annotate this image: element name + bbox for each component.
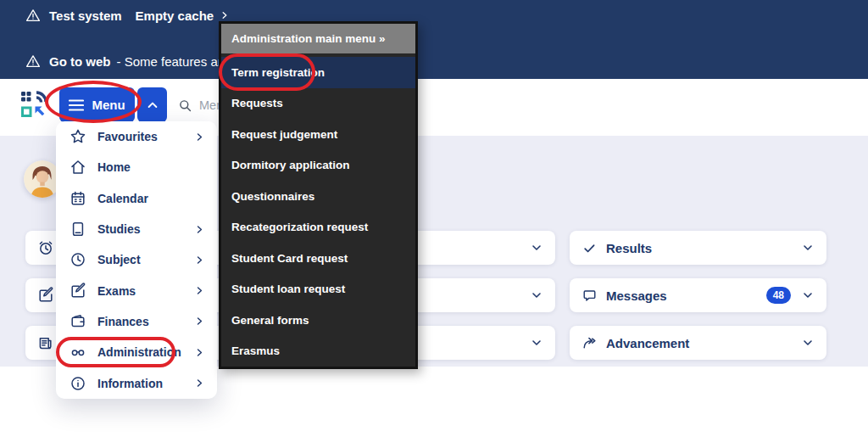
sidebar-item-calendar[interactable]: Calendar <box>56 183 217 214</box>
sidebar-item-subject[interactable]: Subject <box>56 244 217 275</box>
newspaper-icon <box>37 334 54 351</box>
submenu-item-request-judgement[interactable]: Request judgement <box>221 119 415 150</box>
test-system-label: Test system <box>49 8 122 23</box>
advancement-icon <box>581 335 598 351</box>
sidebar-item-label: Finances <box>97 315 149 328</box>
chevron-right-icon <box>220 10 230 20</box>
sidebar-item-home[interactable]: Home <box>56 152 217 182</box>
results-label: Results <box>606 241 652 255</box>
sidebar-item-label: Exams <box>97 284 136 298</box>
pencil-icon <box>70 283 86 300</box>
chevron-right-icon <box>194 347 205 358</box>
chevron-down-icon[interactable] <box>801 241 815 255</box>
collapse-menu-button[interactable] <box>137 87 167 122</box>
sidebar-item-label: Information <box>97 377 163 390</box>
submenu-item-student-loan-request[interactable]: Student loan request <box>221 274 415 305</box>
chevron-right-icon <box>194 316 205 327</box>
warning-icon <box>25 53 41 69</box>
submenu-title[interactable]: Administration main menu » <box>221 24 415 53</box>
search-icon <box>178 98 192 113</box>
glasses-icon <box>70 344 86 361</box>
chat-bubble-icon <box>581 288 598 304</box>
alarm-clock-icon <box>37 239 54 256</box>
sidebar-item-label: Calendar <box>97 192 148 205</box>
sidebar-item-label: Subject <box>97 253 141 266</box>
menu-button[interactable]: Menu <box>59 87 135 122</box>
star-icon <box>70 128 86 145</box>
app-logo <box>19 89 49 120</box>
empty-cache-button[interactable]: Empty cache <box>136 8 231 23</box>
sidebar-item-label: Home <box>97 160 131 174</box>
home-icon <box>70 159 86 176</box>
advancement-card[interactable]: Advancement <box>570 326 826 360</box>
main-menu-dropdown: Favourites Home Calendar Studies <box>56 121 217 399</box>
menu-button-label: Menu <box>92 98 125 112</box>
submenu-item-requests[interactable]: Requests <box>221 88 415 120</box>
chevron-down-icon[interactable] <box>801 288 815 302</box>
advancement-label: Advancement <box>606 336 689 350</box>
chevron-down-icon[interactable] <box>530 336 543 350</box>
calendar-icon <box>70 190 86 207</box>
check-icon <box>581 240 598 256</box>
sidebar-item-label: Favourites <box>97 130 158 143</box>
wallet-icon <box>70 313 86 330</box>
pencil-icon <box>37 287 54 304</box>
sidebar-item-studies[interactable]: Studies <box>56 214 217 244</box>
messages-card[interactable]: Messages 48 <box>570 278 826 312</box>
submenu-item-dormitory-application[interactable]: Dormitory application <box>221 150 415 182</box>
messages-count-badge: 48 <box>766 287 791 304</box>
submenu-item-general-forms[interactable]: General forms <box>221 305 415 336</box>
chevron-up-icon <box>146 98 159 112</box>
chevron-down-icon[interactable] <box>801 336 815 350</box>
sidebar-item-label: Administration <box>97 345 181 359</box>
test-system-row: Test system Empty cache <box>25 6 230 25</box>
sidebar-item-exams[interactable]: Exams <box>56 275 217 305</box>
hamburger-icon <box>69 99 84 111</box>
sidebar-item-finances[interactable]: Finances <box>56 306 217 337</box>
warning-icon <box>25 8 41 23</box>
submenu-item-student-card-request[interactable]: Student Card request <box>221 243 415 274</box>
administration-submenu-panel: Administration main menu » Term registra… <box>219 21 418 369</box>
chevron-right-icon <box>194 285 205 296</box>
go-to-web-link[interactable]: Go to web <box>49 54 111 69</box>
submenu-item-questionnaires[interactable]: Questionnaires <box>221 181 415 212</box>
book-icon <box>70 221 86 238</box>
results-card[interactable]: Results <box>570 231 826 265</box>
app-window: Test system Empty cache Go to web - Some… <box>0 0 868 448</box>
sidebar-item-information[interactable]: Information <box>56 367 217 398</box>
sidebar-item-label: Studies <box>97 222 141 236</box>
sidebar-item-administration[interactable]: Administration <box>56 337 217 367</box>
info-icon <box>70 375 86 392</box>
clock-icon <box>70 251 86 268</box>
system-banner: Test system Empty cache Go to web - Some… <box>0 0 868 79</box>
messages-label: Messages <box>606 288 667 303</box>
chevron-down-icon[interactable] <box>530 288 543 302</box>
chevron-right-icon <box>194 378 205 389</box>
chevron-right-icon <box>194 132 205 143</box>
chevron-right-icon <box>194 224 205 235</box>
submenu-item-recategorization-request[interactable]: Recategorization request <box>221 212 415 244</box>
chevron-down-icon[interactable] <box>530 241 543 255</box>
submenu-item-erasmus[interactable]: Erasmus <box>221 336 415 367</box>
submenu-item-term-registration[interactable]: Term registration <box>221 57 415 88</box>
sidebar-item-favourites[interactable]: Favourites <box>56 121 217 152</box>
empty-cache-label: Empty cache <box>136 8 214 23</box>
chevron-right-icon <box>194 255 205 266</box>
